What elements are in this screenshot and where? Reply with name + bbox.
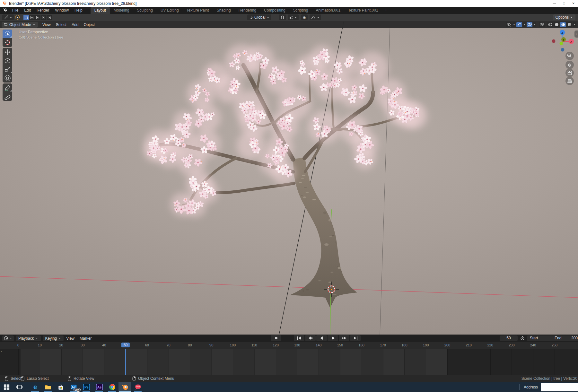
nav-ortho-button[interactable] (565, 77, 574, 85)
gizmos-dropdown[interactable]: ▼ (523, 22, 526, 27)
tab-rendering[interactable]: Rendering (235, 7, 260, 14)
scene-canvas[interactable] (0, 21, 578, 335)
viewport-menu-add[interactable]: Add (69, 22, 81, 28)
shading-rendered-dropdown[interactable]: ▼ (573, 22, 576, 27)
viewport-menu-view[interactable]: View (40, 22, 53, 28)
mode-dropdown[interactable]: Object Mode ▼ (2, 22, 38, 28)
editor-type-dropdown[interactable]: ▼ (2, 335, 14, 341)
tab-shading[interactable]: Shading (213, 7, 235, 14)
tool-scale[interactable] (3, 65, 12, 74)
viewport-menu-object[interactable]: Object (81, 22, 97, 28)
taskbar-file-explorer[interactable] (41, 382, 54, 392)
tool-rotate[interactable] (3, 57, 12, 65)
tab-uv-editing[interactable]: UV Editing (157, 7, 183, 14)
select-mode-intersect[interactable] (47, 15, 52, 20)
preview-range-clock-icon[interactable] (520, 336, 525, 341)
sidebar-collapse-arrow[interactable]: ‹ (574, 30, 578, 38)
jump-end-button[interactable] (350, 335, 361, 341)
current-frame-badge[interactable]: 50 (121, 343, 130, 347)
visibility-button[interactable] (506, 22, 512, 27)
menu-edit[interactable]: Edit (21, 7, 34, 13)
taskbar-mail[interactable]: 99+ (67, 382, 80, 392)
taskbar-start[interactable] (0, 382, 13, 392)
menu-file[interactable]: File (9, 7, 21, 13)
shading-solid-button[interactable] (554, 22, 559, 27)
play-button[interactable] (328, 335, 338, 341)
tool-transform[interactable] (3, 74, 12, 83)
snap-toggle[interactable] (279, 14, 286, 20)
auto-keying-button[interactable] (271, 335, 281, 341)
current-frame-field[interactable]: 50 (500, 335, 518, 341)
gizmo-plus-y[interactable] (560, 42, 563, 45)
snap-target-dropdown[interactable]: ▼ (288, 14, 299, 20)
tool-move[interactable] (3, 48, 12, 57)
tab-layout[interactable]: Layout (91, 7, 110, 14)
menu-window[interactable]: Window (52, 7, 72, 13)
tab-texture-paint[interactable]: Texture Paint (183, 7, 213, 14)
gizmos-button[interactable] (516, 22, 522, 27)
jump-start-button[interactable] (294, 335, 304, 341)
transform-orientation-dropdown[interactable]: Global ▼ (247, 14, 271, 20)
tab-compositing[interactable]: Compositing (260, 7, 289, 14)
tab-sculpting[interactable]: Sculpting (133, 7, 157, 14)
falloff-dropdown[interactable]: ▼ (310, 14, 321, 20)
tool-cursor[interactable] (3, 38, 12, 47)
play-back-button[interactable] (316, 335, 327, 341)
taskbar-chrome[interactable] (106, 382, 118, 392)
add-workspace-button[interactable]: + (382, 7, 390, 14)
next-key-button[interactable] (339, 335, 349, 341)
menu-help[interactable]: Help (72, 7, 85, 13)
overlays-button[interactable] (527, 22, 532, 27)
taskbar-store[interactable] (54, 382, 67, 392)
tool-annotate[interactable] (3, 83, 12, 92)
menu-render[interactable]: Render (34, 7, 52, 13)
address-input[interactable] (541, 383, 578, 391)
prev-key-button[interactable] (305, 335, 316, 341)
overlays-dropdown[interactable]: ▼ (533, 22, 536, 27)
frame-end-field[interactable]: End 200 (552, 335, 578, 341)
nav-camera-button[interactable] (565, 69, 574, 77)
minimize-button[interactable]: — (553, 2, 556, 5)
maximize-button[interactable]: □ (563, 2, 565, 5)
tool-settings-dropdown[interactable]: ▼ (2, 14, 14, 20)
shading-material-preview-button[interactable] (560, 22, 566, 27)
timeline-tracks[interactable] (0, 349, 578, 375)
taskbar-chat[interactable] (131, 382, 144, 392)
tab-scripting[interactable]: Scripting (289, 7, 312, 14)
select-mode-extend[interactable] (29, 15, 35, 20)
gizmo-minus-x[interactable] (552, 39, 556, 43)
proportional-edit-toggle[interactable]: ◉ (301, 14, 308, 20)
tool-select-box[interactable] (3, 30, 12, 38)
taskbar-edge[interactable]: e (29, 382, 41, 392)
channels-expand-arrow[interactable]: › (1, 349, 2, 353)
timeline-menu-keying[interactable]: Keying▼ (43, 335, 64, 341)
timeline-menu-marker[interactable]: Marker (77, 335, 94, 342)
blender-logo-icon[interactable] (3, 7, 8, 13)
taskbar-photoshop[interactable]: Ps (80, 382, 93, 392)
tab-modeling[interactable]: Modeling (110, 7, 133, 14)
select-mode-subtract[interactable] (35, 15, 40, 20)
gizmo-minus-z[interactable] (561, 48, 565, 52)
visibility-dropdown[interactable]: ▼ (512, 22, 516, 27)
tab-texture-paint-001[interactable]: Texture Paint.001 (344, 7, 382, 14)
current-frame-line[interactable] (125, 349, 126, 375)
viewport-menu-select[interactable]: Select (53, 22, 69, 28)
timeline-ruler[interactable]: 0102030406070809010011012013014015016017… (0, 342, 578, 349)
shading-rendered-button[interactable] (566, 22, 572, 27)
select-mode-invert[interactable] (41, 15, 46, 20)
taskbar-after-effects[interactable]: Ae (93, 382, 106, 392)
tab-animation-001[interactable]: Animation.001 (312, 7, 344, 14)
shading-wireframe-button[interactable] (547, 22, 553, 27)
timeline-menu-playback[interactable]: Playback▼ (16, 335, 41, 341)
taskbar-blender[interactable] (118, 382, 131, 392)
options-dropdown[interactable]: Options ▼ (553, 14, 575, 20)
timeline-menu-view[interactable]: View (64, 335, 77, 342)
nav-zoom-button[interactable] (565, 52, 574, 60)
close-button[interactable]: ✕ (572, 2, 575, 5)
viewport-3d[interactable]: Object Mode ▼ ViewSelectAddObject ▼▼▼▼ U… (0, 21, 578, 335)
nav-pan-button[interactable] (565, 61, 574, 69)
taskbar-task-view[interactable] (13, 382, 26, 392)
tool-measure[interactable] (3, 92, 12, 101)
select-mode-set[interactable] (23, 15, 29, 20)
xray-toggle-button[interactable] (539, 22, 545, 27)
